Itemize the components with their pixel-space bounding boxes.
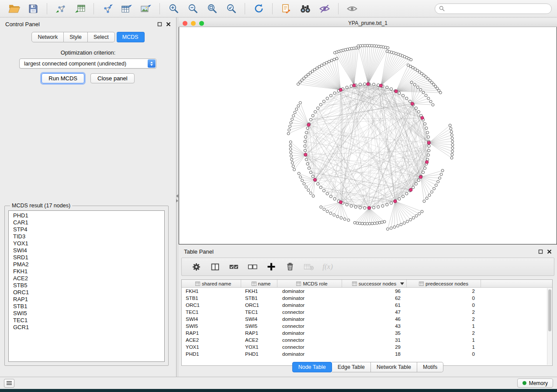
float-table-panel-button[interactable] — [538, 249, 543, 254]
column-header-name[interactable]: name — [241, 280, 277, 287]
list-item[interactable]: STP4 — [13, 226, 164, 233]
delete-column-button[interactable] — [284, 261, 296, 272]
network-canvas[interactable] — [179, 27, 557, 244]
list-item[interactable]: CAR1 — [13, 219, 164, 226]
table-cell: connector — [277, 337, 342, 344]
memory-button[interactable]: Memory — [517, 378, 553, 388]
tab-network-table[interactable]: Network Table — [371, 362, 417, 372]
deselect-all-icon — [248, 262, 258, 272]
table-row[interactable]: SWI4SWI4dominator462 — [182, 316, 552, 323]
zoom-out-button[interactable] — [184, 2, 201, 16]
panel-menu-button[interactable] — [4, 379, 14, 388]
tab-motifs[interactable]: Motifs — [417, 362, 443, 372]
add-column-button[interactable] — [266, 261, 277, 272]
table-row[interactable]: TEC1TEC1connector472 — [182, 309, 552, 316]
zoom-fit-button[interactable] — [203, 2, 221, 16]
table-cell: 2 — [407, 309, 481, 316]
run-mcds-button[interactable]: Run MCDS — [42, 73, 84, 83]
list-item[interactable]: FKH1 — [13, 268, 164, 275]
float-panel-button[interactable] — [157, 22, 162, 27]
find-button[interactable] — [297, 2, 314, 16]
list-item[interactable]: SRD1 — [13, 254, 164, 261]
column-header-mcds-role[interactable]: MCDS role — [277, 280, 342, 287]
list-item[interactable]: STB5 — [13, 282, 164, 289]
table-cell: dominator — [277, 351, 342, 358]
collapse-left-icon — [176, 194, 178, 198]
toolbar-separator — [159, 3, 160, 14]
table-scrollbar[interactable] — [547, 288, 552, 365]
close-table-panel-button[interactable] — [547, 249, 552, 254]
list-item[interactable]: STB1 — [13, 303, 164, 310]
table-settings-button[interactable] — [190, 261, 202, 272]
export-image-button[interactable] — [137, 2, 155, 16]
list-item[interactable]: PHD1 — [13, 212, 164, 219]
list-item[interactable]: RAP1 — [13, 296, 164, 303]
table-row[interactable]: ORC1ORC1dominator610 — [182, 302, 552, 309]
list-item[interactable]: SWI5 — [13, 310, 164, 317]
show-hide-panels-button[interactable] — [343, 2, 361, 16]
table-row[interactable]: PHD1PHD1dominator180 — [182, 351, 552, 358]
table-cell: PHD1 — [241, 351, 277, 358]
tab-mcds[interactable]: MCDS — [117, 32, 145, 42]
column-header-shared-name[interactable]: shared name — [182, 280, 241, 287]
maximize-window-button[interactable] — [199, 21, 204, 26]
export-table-button[interactable] — [118, 2, 135, 16]
column-visibility-button[interactable] — [209, 261, 221, 272]
select-all-button[interactable] — [228, 261, 239, 272]
tab-style[interactable]: Style — [64, 32, 88, 42]
tab-network[interactable]: Network — [31, 32, 64, 42]
close-panel-button[interactable] — [166, 22, 171, 27]
graphics-details-button[interactable] — [316, 2, 333, 16]
table-row[interactable]: RAP1RAP1dominator352 — [182, 330, 552, 337]
close-window-button[interactable] — [183, 21, 187, 26]
list-item[interactable]: TID3 — [13, 233, 164, 240]
import-network-button[interactable] — [52, 2, 69, 16]
table-cell: STB1 — [182, 295, 241, 302]
table-cell: ACE2 — [182, 337, 241, 344]
export-network-button[interactable] — [99, 2, 116, 16]
eye-slash-icon — [319, 3, 330, 14]
open-session-button[interactable] — [5, 2, 23, 16]
control-panel-title-row: Control Panel — [0, 19, 176, 29]
zoom-selected-button[interactable] — [222, 2, 240, 16]
table-cell: 1 — [407, 323, 481, 330]
apply-layout-button[interactable] — [250, 2, 267, 16]
import-table-button[interactable] — [71, 2, 89, 16]
table-row[interactable]: FKH1FKH1dominator962 — [182, 288, 552, 295]
table-row[interactable]: STB1STB1dominator620 — [182, 295, 552, 302]
tab-select[interactable]: Select — [88, 32, 115, 42]
column-header-successor-nodes[interactable]: successor nodes — [342, 280, 407, 287]
tab-edge-table[interactable]: Edge Table — [332, 362, 371, 372]
column-label: name — [258, 281, 271, 286]
list-item[interactable]: YOX1 — [13, 240, 164, 247]
splitter-handle[interactable] — [176, 194, 178, 203]
list-item[interactable]: ACE2 — [13, 275, 164, 282]
network-window: YPA_prune.txt_1 — [179, 20, 557, 244]
tab-node-table[interactable]: Node Table — [292, 362, 332, 372]
table-row[interactable]: ACE2ACE2connector311 — [182, 337, 552, 344]
duplicate-network-button[interactable] — [277, 2, 295, 16]
export-table-icon — [121, 3, 132, 14]
zoom-in-button[interactable] — [165, 2, 182, 16]
table-row[interactable]: SWI5SWI5connector431 — [182, 323, 552, 330]
column-label: successor nodes — [359, 281, 396, 286]
sort-arrow-icon[interactable] — [400, 282, 404, 285]
table-row[interactable]: YOX1YOX1connector291 — [182, 344, 552, 351]
table-cell: RAP1 — [241, 330, 277, 337]
table-cell: dominator — [277, 302, 342, 309]
optimization-select[interactable]: largest connected component (undirected) — [19, 58, 156, 69]
save-session-button[interactable] — [24, 2, 42, 16]
column-header-predecessor-nodes[interactable]: predecessor nodes — [407, 280, 481, 287]
table-scrollbar-thumb[interactable] — [548, 289, 551, 331]
table-cell: connector — [277, 323, 342, 330]
list-item[interactable]: ORC1 — [13, 289, 164, 296]
list-item[interactable]: TEC1 — [13, 317, 164, 324]
search-input[interactable] — [447, 6, 547, 12]
list-item[interactable]: GCR1 — [13, 324, 164, 331]
minimize-window-button[interactable] — [191, 21, 196, 26]
list-item[interactable]: PMA2 — [13, 261, 164, 268]
list-item[interactable]: SWI4 — [13, 247, 164, 254]
eye-icon — [346, 3, 358, 14]
close-panel-button-mcds[interactable]: Close panel — [90, 73, 135, 83]
deselect-all-button[interactable] — [247, 261, 258, 272]
